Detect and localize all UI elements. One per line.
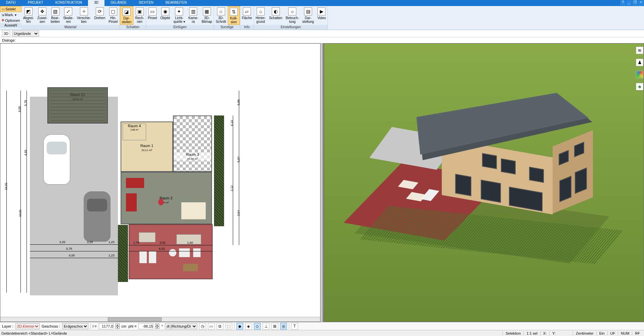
snap-perp-icon[interactable]: ⊥ — [263, 323, 269, 330]
scrollbar-h[interactable] — [0, 317, 320, 322]
hin.-button[interactable]: ▢Hin. Pinsel — [107, 6, 119, 25]
dar-icon: ▤ — [304, 7, 312, 15]
dim: 4,69 — [24, 150, 27, 156]
phi-input[interactable] — [138, 323, 153, 329]
hinter-button[interactable]: ⌂Hinter- grund — [254, 6, 267, 25]
licht-button[interactable]: ✦Licht- quelle ▾ — [172, 6, 186, 25]
tab-gelaende[interactable]: GELÄNDE — [104, 0, 133, 6]
house-3d — [438, 87, 566, 201]
terrain-select[interactable]: Urgelände — [12, 31, 39, 37]
button-label: Objekt — [160, 16, 170, 20]
geschoss-label: Geschoss : — [42, 324, 60, 328]
dar-button[interactable]: ◪Dar- stellen — [120, 6, 134, 25]
beleuch-button[interactable]: ☼Beleuch- tung — [284, 6, 300, 25]
room-4: Raum 42,88 m² — [123, 124, 146, 140]
tab-konstruktion[interactable]: KONSTRUKTION — [49, 0, 88, 6]
tab-bearbeiten[interactable]: BEARBEITEN — [160, 0, 193, 6]
panel-label: Info — [240, 25, 254, 30]
selekt-button[interactable]: ▭ Selekt — [0, 6, 22, 12]
tab-3d[interactable]: 3D — [88, 0, 104, 6]
3d-button[interactable]: ▦3D- Bitmap — [200, 6, 214, 25]
verschie-icon: ✧ — [80, 7, 88, 15]
minimize-icon[interactable]: _ — [626, 0, 632, 6]
button-label: Dar- stellung — [302, 16, 314, 23]
preview-3d-view[interactable] — [324, 43, 644, 322]
dim: 4,14 — [230, 120, 233, 126]
snap-endpoint-icon[interactable]: ◆ — [237, 323, 243, 330]
mode-field[interactable] — [2, 31, 10, 37]
furniture-icon[interactable]: ♟ — [636, 59, 643, 66]
button-label: 3D- Schnitt — [216, 16, 226, 23]
workspace: Raum 2132,63 m² Raum 42,88 m² Raum 120,1… — [0, 43, 644, 322]
bear-button[interactable]: ▧Bear- beiten — [49, 6, 61, 25]
layers-icon[interactable]: ≋ — [636, 47, 643, 54]
skalie-button[interactable]: ⤢Skalie- ren — [61, 6, 75, 25]
dim: 3,54 — [237, 210, 240, 216]
tab-sichten[interactable]: SICHTEN — [133, 0, 160, 6]
panel-label: Schatten — [120, 25, 146, 30]
plan-2d-view[interactable]: Raum 2132,63 m² Raum 42,88 m² Raum 120,1… — [0, 43, 320, 322]
tab-projekt[interactable]: PROJEKT — [22, 0, 49, 6]
dl-select[interactable]: dl (Richtung/Di — [165, 323, 197, 329]
bear-icon: ▧ — [51, 7, 59, 15]
car-2 — [84, 191, 111, 242]
help-icon[interactable]: ? — [620, 0, 626, 6]
screen-icon[interactable]: ▭ — [208, 323, 215, 330]
kolli-button[interactable]: ⇅Kolli- sion — [228, 6, 240, 25]
l-spinner[interactable]: ▴▾ — [116, 324, 120, 329]
splitter[interactable] — [320, 43, 323, 322]
room-2: Raum 26,45 m² — [121, 172, 212, 224]
optionen-button[interactable]: ✚ Optionen — [0, 17, 22, 23]
button-label: Hinter- grund — [256, 16, 266, 23]
layer-select[interactable]: 2D-Elemen — [15, 323, 40, 329]
video-button[interactable]: ▶Video — [315, 6, 328, 25]
clock-icon[interactable]: ◷ — [199, 323, 206, 330]
schatten-icon: ◐ — [272, 7, 280, 15]
dar-button[interactable]: ▤Dar- stellung — [301, 6, 315, 25]
text-icon[interactable]: T — [291, 323, 298, 330]
drehen-icon: ⟳ — [96, 7, 104, 15]
fläche-button[interactable]: ▱Fläche — [240, 6, 254, 25]
view-toolbar: ≋ ♟ ♣ — [636, 47, 643, 90]
restore-icon[interactable]: ❐ — [632, 0, 638, 6]
abgrei-button[interactable]: ◩Abgrei- fen — [22, 6, 36, 25]
phi-spinner[interactable]: ▴▾ — [155, 324, 159, 329]
panel-einstellungen: ⌂Hinter- grund◐Schatten☼Beleuch- tung▤Da… — [254, 6, 328, 30]
grid-icon[interactable]: ⊞ — [271, 323, 278, 330]
close-icon[interactable]: × — [638, 0, 644, 6]
view-selector-bar: Urgelände — [0, 30, 644, 37]
snap-ortho-icon[interactable]: ◇ — [254, 323, 261, 330]
drehen-button[interactable]: ⟳Drehen — [92, 6, 107, 25]
colors-icon[interactable] — [636, 71, 643, 78]
panel-info: ▱FlächeInfo — [240, 6, 254, 30]
button-label: Verschie- ben — [77, 16, 91, 23]
kame-button[interactable]: ▥Kame- ra — [187, 6, 200, 25]
l-input[interactable] — [99, 323, 114, 329]
rech-button[interactable]: ▣Rech- nen — [133, 6, 146, 25]
geschoss-select[interactable]: Erdgeschos — [62, 323, 88, 329]
rech-icon: ▣ — [136, 7, 144, 15]
pinsel-button[interactable]: ▭Pinsel — [146, 6, 159, 25]
snap-mid-icon[interactable]: ◈ — [245, 323, 252, 330]
cube-icon[interactable]: ⬚ — [225, 323, 232, 330]
button-label: Pinsel — [148, 16, 157, 20]
dim: 5,78 — [66, 247, 72, 250]
button-label: Bear- beiten — [51, 16, 60, 23]
panel-material: ◩Abgrei- fen✥Zuwei- sen▧Bear- beiten⤢Ska… — [22, 6, 120, 30]
dim: 16,81 — [4, 183, 8, 190]
mark-button[interactable]: ⇲ Mark. ▾ — [0, 12, 22, 17]
snap-circle-icon[interactable]: ◎ — [280, 323, 287, 330]
3d-button[interactable]: ⌂3D- Schnitt — [214, 6, 228, 25]
status-y: Y: — [549, 331, 573, 335]
panel-label: Einstellungen — [254, 25, 328, 30]
button-label: Dar- stellen — [122, 16, 132, 24]
zuwei-button[interactable]: ✥Zuwei- sen — [36, 6, 49, 25]
tab-datei[interactable]: DATEI — [0, 0, 22, 6]
verschie-button[interactable]: ✧Verschie- ben — [75, 6, 93, 25]
tree-icon[interactable]: ♣ — [636, 83, 643, 90]
schatten-button[interactable]: ◐Schatten — [267, 6, 284, 25]
dim: 2,02 — [160, 241, 166, 244]
stack-icon[interactable]: ⧉ — [217, 323, 223, 330]
objekt-icon: ◉ — [161, 7, 169, 15]
objekt-button[interactable]: ◉Objekt — [159, 6, 172, 25]
